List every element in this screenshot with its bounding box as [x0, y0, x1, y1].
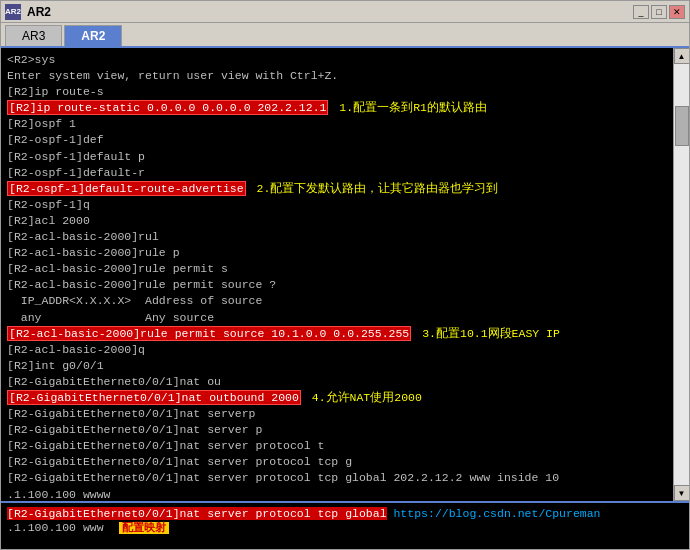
line-7: [R2-ospf-1]default p: [7, 149, 667, 165]
tab-ar2[interactable]: AR2: [64, 25, 122, 46]
main-window: AR2 AR2 _ □ ✕ AR3 AR2 <R2>sys Enter syst…: [0, 0, 690, 550]
line-12: [R2-acl-basic-2000]rul: [7, 229, 667, 245]
restore-button[interactable]: □: [651, 5, 667, 19]
app-icon: AR2: [5, 4, 21, 20]
scroll-track[interactable]: [674, 64, 690, 485]
window-title: AR2: [27, 5, 51, 19]
line-9: [R2-ospf-1]default-route-advertise 2.配置下…: [7, 181, 667, 197]
scrollbar[interactable]: ▲ ▼: [673, 48, 689, 501]
scroll-thumb[interactable]: [675, 106, 689, 146]
line-11: [R2]acl 2000: [7, 213, 667, 229]
bottom-line-2: .1.100.100 www 配置映射: [7, 520, 683, 535]
line-22: [R2-GigabitEthernet0/0/1]nat outbound 20…: [7, 390, 667, 406]
line-18: [R2-acl-basic-2000]rule permit source 10…: [7, 326, 667, 342]
title-bar-left: AR2 AR2: [5, 4, 51, 20]
window-controls: _ □ ✕: [633, 5, 685, 19]
line-28: .1.100.100 wwww: [7, 487, 667, 501]
line-25: [R2-GigabitEthernet0/0/1]nat server prot…: [7, 438, 667, 454]
bottom-status-bar: [R2-GigabitEthernet0/0/1]nat server prot…: [1, 501, 689, 549]
line-24: [R2-GigabitEthernet0/0/1]nat server p: [7, 422, 667, 438]
tab-bar: AR3 AR2: [1, 23, 689, 48]
line-10: [R2-ospf-1]q: [7, 197, 667, 213]
close-button[interactable]: ✕: [669, 5, 685, 19]
line-17: any Any source: [7, 310, 667, 326]
line-3: [R2]ip route-s: [7, 84, 667, 100]
line-4: [R2]ip route-static 0.0.0.0 0.0.0.0 202.…: [7, 100, 667, 116]
line-19: [R2-acl-basic-2000]q: [7, 342, 667, 358]
terminal-output[interactable]: <R2>sys Enter system view, return user v…: [1, 48, 673, 501]
title-bar: AR2 AR2 _ □ ✕: [1, 1, 689, 23]
line-15: [R2-acl-basic-2000]rule permit source ?: [7, 277, 667, 293]
line-8: [R2-ospf-1]default-r: [7, 165, 667, 181]
line-2: Enter system view, return user view with…: [7, 68, 667, 84]
minimize-button[interactable]: _: [633, 5, 649, 19]
line-26: [R2-GigabitEthernet0/0/1]nat server prot…: [7, 454, 667, 470]
line-21: [R2-GigabitEthernet0/0/1]nat ou: [7, 374, 667, 390]
tab-ar3[interactable]: AR3: [5, 25, 62, 46]
line-1: <R2>sys: [7, 52, 667, 68]
scroll-up-button[interactable]: ▲: [674, 48, 690, 64]
main-content: <R2>sys Enter system view, return user v…: [1, 48, 689, 501]
scroll-down-button[interactable]: ▼: [674, 485, 690, 501]
line-6: [R2-ospf-1]def: [7, 132, 667, 148]
line-20: [R2]int g0/0/1: [7, 358, 667, 374]
line-14: [R2-acl-basic-2000]rule permit s: [7, 261, 667, 277]
line-16: IP_ADDR<X.X.X.X> Address of source: [7, 293, 667, 309]
line-23: [R2-GigabitEthernet0/0/1]nat serverp: [7, 406, 667, 422]
bottom-line-1: [R2-GigabitEthernet0/0/1]nat server prot…: [7, 507, 683, 520]
line-5: [R2]ospf 1: [7, 116, 667, 132]
line-13: [R2-acl-basic-2000]rule p: [7, 245, 667, 261]
line-27: [R2-GigabitEthernet0/0/1]nat server prot…: [7, 470, 667, 486]
